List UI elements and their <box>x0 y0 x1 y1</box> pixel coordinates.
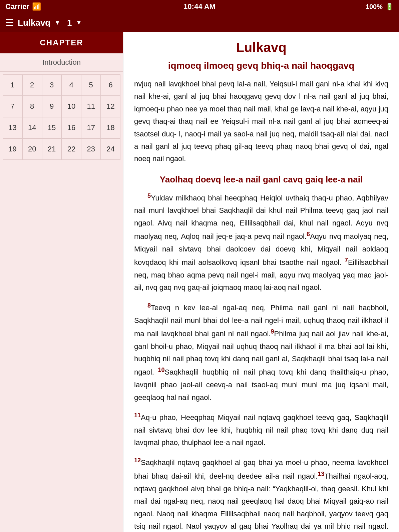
chapter-cell-3[interactable]: 3 <box>42 74 62 96</box>
verse-number-7: 7 <box>345 257 348 263</box>
chapter-cell-10[interactable]: 10 <box>61 96 81 117</box>
chapter-cell-1[interactable]: 1 <box>3 74 22 96</box>
chapter-cell-9[interactable]: 9 <box>42 96 62 117</box>
status-right: 100% 🔋 <box>366 3 394 11</box>
chapter-cell-16[interactable]: 16 <box>61 117 81 138</box>
chapter-cell-6[interactable]: 6 <box>101 74 120 96</box>
battery-label: 100% <box>366 3 383 11</box>
chapter-panel: CHAPTER Introduction 1234567891011121314… <box>0 32 123 532</box>
chapter-cell-8[interactable]: 8 <box>22 96 42 117</box>
wifi-icon: 📶 <box>32 2 41 11</box>
chapter-cell-12[interactable]: 12 <box>101 96 120 117</box>
chapter-cell-4[interactable]: 4 <box>61 74 81 96</box>
verse-number-11: 11 <box>134 412 141 419</box>
chapter-cell-19[interactable]: 19 <box>3 138 22 160</box>
chapter-cell-17[interactable]: 17 <box>81 117 101 138</box>
verse-block: 5Yuldav milkhaoq bhai heeqphaq Heiqlol u… <box>134 191 388 294</box>
verse-number-10: 10 <box>158 367 165 373</box>
chapter-cell-11[interactable]: 11 <box>81 96 101 117</box>
chapter-cell-5[interactable]: 5 <box>81 74 101 96</box>
chapter-cell-15[interactable]: 15 <box>42 117 62 138</box>
carrier-label: Carrier <box>5 2 29 11</box>
chapter-header: CHAPTER <box>0 32 123 53</box>
chapter-cell-24[interactable]: 24 <box>101 138 120 160</box>
verse-block: 8Teevq n kev lee-al ngal-aq neq, Philma … <box>134 301 388 404</box>
chapter-cell-22[interactable]: 22 <box>61 138 81 160</box>
verse-block: 11Aq-u phao, Heeqphaq Miqyail nail nqtav… <box>134 410 388 449</box>
chapter-cell-23[interactable]: 23 <box>81 138 101 160</box>
status-left: Carrier 📶 <box>5 2 41 11</box>
chapter-cell-20[interactable]: 20 <box>22 138 42 160</box>
content-panel: Lulkavq iqmoeq ilmoeq gevq bhiq-a nail h… <box>123 32 399 532</box>
verse-number-8: 8 <box>147 302 151 309</box>
menu-icon[interactable]: ☰ <box>5 17 14 28</box>
intro-row[interactable]: Introduction <box>0 53 123 72</box>
verse-number-12: 12 <box>134 457 141 464</box>
chapter-cell-2[interactable]: 2 <box>22 74 42 96</box>
status-bar: Carrier 📶 10:44 AM 100% 🔋 <box>0 0 399 13</box>
intro-para: nvjuq nail lavqkhoel bhai pevq lal-a nai… <box>134 78 388 165</box>
status-time: 10:44 AM <box>183 2 216 11</box>
nav-title-arrow[interactable]: ▼ <box>54 19 60 26</box>
chapter-cell-18[interactable]: 18 <box>101 117 120 138</box>
chapter-cell-21[interactable]: 21 <box>42 138 62 160</box>
chapter-cell-7[interactable]: 7 <box>3 96 22 117</box>
chapter-cell-14[interactable]: 14 <box>22 117 42 138</box>
verse-block: 12Saqkhaqlil nqtavq gaqkhoel al gaq bhai… <box>134 455 388 532</box>
nav-chapter-num: 1 <box>67 18 72 28</box>
chapter-grid: 123456789101112131415161718192021222324 <box>0 72 123 162</box>
verse-number-5: 5 <box>147 192 151 199</box>
nav-bar: ☰ Lulkavq ▼ 1 ▼ <box>0 13 399 32</box>
verse-number-6: 6 <box>307 231 310 237</box>
verse-number-9: 9 <box>271 328 274 335</box>
nav-title: Lulkavq <box>18 18 50 28</box>
chapter-cell-13[interactable]: 13 <box>3 117 22 138</box>
sub-heading-1: Yaolhaq doevq lee-a nail ganl cavq gaiq … <box>134 174 388 185</box>
verse-number-13: 13 <box>318 471 324 477</box>
verses-container: 5Yuldav milkhaoq bhai heeqphaq Heiqlol u… <box>134 191 388 532</box>
battery-icon: 🔋 <box>385 3 394 11</box>
nav-chapter-arrow[interactable]: ▼ <box>76 19 82 26</box>
book-title: Lulkavq <box>134 40 388 55</box>
main-layout: CHAPTER Introduction 1234567891011121314… <box>0 32 399 532</box>
section-heading-1: iqmoeq ilmoeq gevq bhiq-a nail haoqgavq <box>134 60 388 71</box>
